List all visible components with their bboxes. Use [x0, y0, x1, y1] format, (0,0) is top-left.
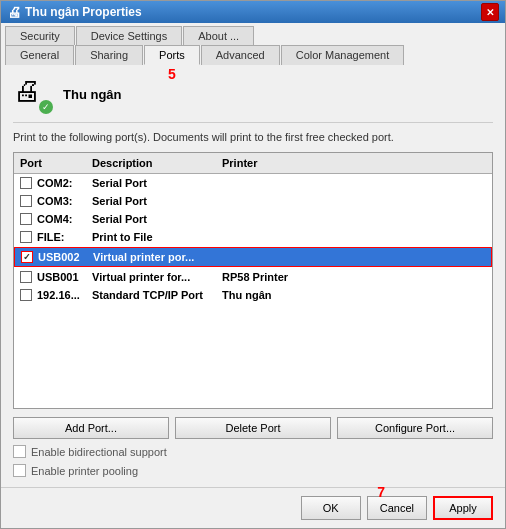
table-row-selected[interactable]: USB002 Virtual printer por... [14, 247, 492, 267]
properties-window: 🖨 Thu ngân Properties ✕ Security Device … [0, 0, 506, 529]
close-button[interactable]: ✕ [481, 3, 499, 21]
port-cell-desc-1: Serial Port [86, 193, 216, 209]
tab-ports[interactable]: Ports 5 [144, 45, 200, 65]
tab-device-settings[interactable]: Device Settings [76, 26, 182, 45]
description-text: Print to the following port(s). Document… [13, 129, 493, 146]
port-cell-port-0: COM2: [14, 175, 86, 191]
port-cell-desc-4: Virtual printer por... [87, 249, 217, 265]
title-bar: 🖨 Thu ngân Properties ✕ [1, 1, 505, 23]
printer-icon: 🖨 [13, 75, 41, 106]
port-cell-port-5: USB001 [14, 269, 86, 285]
window-icon: 🖨 [7, 4, 21, 20]
port-checkbox-2[interactable] [20, 213, 32, 225]
tab-security[interactable]: Security [5, 26, 75, 45]
pooling-row: Enable printer pooling [13, 464, 493, 477]
port-cell-port-3: FILE: [14, 229, 86, 245]
table-row[interactable]: COM4: Serial Port [14, 210, 492, 228]
tab-sharing[interactable]: Sharing [75, 45, 143, 65]
port-checkbox-5[interactable] [20, 271, 32, 283]
configure-port-button[interactable]: Configure Port... [337, 417, 493, 439]
tab-indicator-5: 5 [168, 66, 176, 82]
table-row[interactable]: COM3: Serial Port [14, 192, 492, 210]
port-checkbox-1[interactable] [20, 195, 32, 207]
port-checkbox-3[interactable] [20, 231, 32, 243]
port-cell-port-6: 192.16... [14, 287, 86, 303]
port-cell-printer-0 [216, 181, 492, 185]
ok-button[interactable]: OK [301, 496, 361, 520]
pooling-checkbox[interactable] [13, 464, 26, 477]
port-cell-printer-4 [217, 255, 491, 259]
table-row[interactable]: COM2: Serial Port [14, 174, 492, 192]
port-table: Port Description Printer COM2: Serial Po… [13, 152, 493, 410]
bottom-buttons: 7 OK Cancel Apply [1, 487, 505, 528]
tab-advanced[interactable]: Advanced [201, 45, 280, 65]
port-cell-printer-1 [216, 199, 492, 203]
col-header-port: Port [14, 155, 86, 171]
cancel-button[interactable]: Cancel [367, 496, 427, 520]
tab-general[interactable]: General [5, 45, 74, 65]
delete-port-button[interactable]: Delete Port [175, 417, 331, 439]
port-checkbox-6[interactable] [20, 289, 32, 301]
content-area: 🖨 ✓ Thu ngân Print to the following port… [1, 64, 505, 487]
window-title: Thu ngân Properties [25, 5, 142, 19]
port-cell-printer-3 [216, 235, 492, 239]
table-row[interactable]: USB001 Virtual printer for... RP58 Print… [14, 268, 492, 286]
port-cell-desc-0: Serial Port [86, 175, 216, 191]
table-row[interactable]: 192.16... Standard TCP/IP Port Thu ngân [14, 286, 492, 304]
tabs-top: Security Device Settings About ... [1, 23, 505, 44]
table-row[interactable]: FILE: Print to File [14, 228, 492, 246]
printer-icon-wrap: 🖨 ✓ [13, 74, 53, 114]
printer-check-badge: ✓ [39, 100, 53, 114]
port-checkbox-4[interactable] [21, 251, 33, 263]
tab-color-management[interactable]: Color Management [281, 45, 405, 65]
port-cell-printer-2 [216, 217, 492, 221]
port-cell-desc-5: Virtual printer for... [86, 269, 216, 285]
table-body[interactable]: COM2: Serial Port COM3: Serial Port [14, 174, 492, 409]
port-cell-printer-6: Thu ngân [216, 287, 492, 303]
port-cell-port-1: COM3: [14, 193, 86, 209]
indicator-7: 7 [377, 484, 385, 500]
printer-header: 🖨 ✓ Thu ngân [13, 74, 493, 123]
printer-name: Thu ngân [63, 87, 122, 102]
port-cell-port-2: COM4: [14, 211, 86, 227]
port-checkbox-0[interactable] [20, 177, 32, 189]
bidirectional-checkbox[interactable] [13, 445, 26, 458]
port-buttons-row: Add Port... Delete Port Configure Port..… [13, 417, 493, 439]
col-header-printer: Printer [216, 155, 492, 171]
bidirectional-label: Enable bidirectional support [31, 446, 167, 458]
col-header-desc: Description [86, 155, 216, 171]
tabs-bottom: General Sharing Ports 5 Advanced Color M… [1, 44, 505, 64]
tab-about[interactable]: About ... [183, 26, 254, 45]
bidirectional-row: Enable bidirectional support [13, 445, 493, 458]
port-cell-desc-2: Serial Port [86, 211, 216, 227]
table-header: Port Description Printer [14, 153, 492, 174]
pooling-label: Enable printer pooling [31, 465, 138, 477]
port-cell-desc-6: Standard TCP/IP Port [86, 287, 216, 303]
port-cell-port-4: USB002 [15, 249, 87, 265]
port-cell-printer-5: RP58 Printer [216, 269, 492, 285]
apply-button[interactable]: Apply [433, 496, 493, 520]
add-port-button[interactable]: Add Port... [13, 417, 169, 439]
port-cell-desc-3: Print to File [86, 229, 216, 245]
